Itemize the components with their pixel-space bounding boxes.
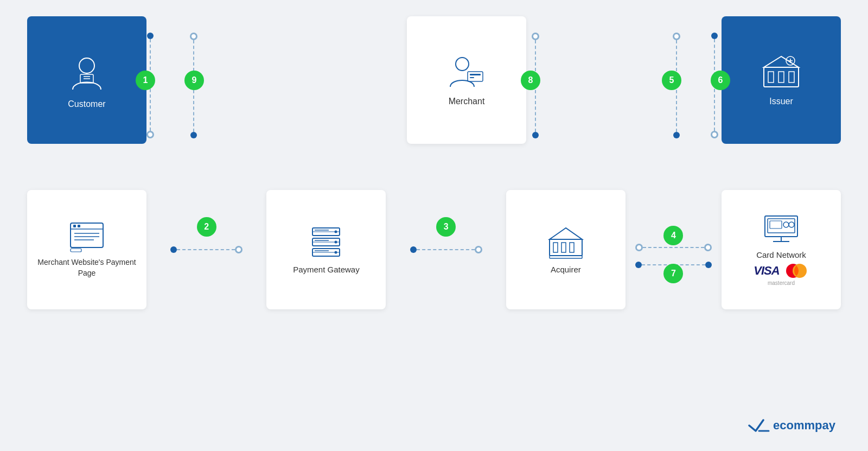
payment-page-card: Merchant Website's Payment Page bbox=[27, 190, 146, 309]
svg-rect-6 bbox=[470, 74, 481, 75]
step-2: 2 bbox=[197, 217, 216, 237]
card-network-label: Card Network bbox=[756, 250, 806, 259]
acquirer-label: Acquirer bbox=[551, 265, 581, 274]
payment-page-icon bbox=[68, 220, 106, 253]
svg-point-0 bbox=[79, 58, 94, 73]
svg-rect-38 bbox=[553, 243, 558, 252]
step-3: 3 bbox=[436, 217, 456, 237]
acquirer-icon bbox=[547, 225, 585, 261]
gateway-card: Payment Gateway bbox=[266, 190, 386, 309]
card-network-icon bbox=[762, 213, 800, 246]
svg-point-32 bbox=[335, 251, 337, 254]
svg-rect-12 bbox=[789, 72, 794, 82]
step-5: 5 bbox=[662, 71, 681, 90]
customer-icon bbox=[65, 52, 108, 95]
payment-page-label: Merchant Website's Payment Page bbox=[27, 257, 146, 278]
ecommpay-icon bbox=[748, 416, 770, 435]
svg-rect-39 bbox=[561, 243, 566, 252]
step-9: 9 bbox=[184, 71, 204, 90]
mastercard-logo bbox=[784, 263, 809, 279]
svg-rect-40 bbox=[570, 243, 574, 252]
svg-point-4 bbox=[456, 58, 469, 71]
svg-rect-44 bbox=[770, 221, 782, 228]
svg-rect-41 bbox=[550, 256, 582, 258]
step-8: 8 bbox=[521, 71, 540, 90]
svg-rect-18 bbox=[73, 225, 76, 227]
svg-rect-7 bbox=[470, 77, 474, 78]
step-6: 6 bbox=[711, 71, 730, 90]
merchant-label: Merchant bbox=[449, 97, 485, 106]
diagram-container: Customer 1 9 bbox=[0, 0, 868, 451]
svg-rect-23 bbox=[71, 249, 81, 252]
mastercard-text: mastercard bbox=[768, 280, 795, 286]
issuer-icon bbox=[760, 54, 803, 92]
step-1: 1 bbox=[136, 71, 155, 90]
merchant-card: Merchant bbox=[407, 16, 526, 144]
merchant-icon bbox=[445, 54, 488, 92]
step-4: 4 bbox=[663, 226, 683, 245]
ecommpay-brand-name: ecommpay bbox=[773, 418, 835, 433]
issuer-card: Issuer bbox=[722, 16, 841, 144]
acquirer-card: Acquirer bbox=[506, 190, 626, 309]
customer-label: Customer bbox=[68, 99, 105, 109]
svg-rect-19 bbox=[78, 225, 80, 227]
svg-point-46 bbox=[789, 222, 794, 227]
issuer-label: Issuer bbox=[769, 97, 793, 106]
step-7: 7 bbox=[663, 264, 683, 283]
visa-logo: VISA bbox=[754, 264, 779, 278]
customer-card: Customer bbox=[27, 16, 146, 144]
payment-logos: VISA bbox=[754, 263, 808, 279]
gateway-icon bbox=[307, 225, 345, 261]
svg-rect-5 bbox=[468, 72, 483, 81]
svg-rect-11 bbox=[778, 72, 784, 82]
svg-point-45 bbox=[783, 222, 789, 227]
card-network-card: Card Network VISA mastercard bbox=[722, 190, 841, 309]
svg-rect-10 bbox=[768, 72, 774, 82]
gateway-label: Payment Gateway bbox=[293, 265, 360, 274]
svg-rect-8 bbox=[764, 67, 799, 87]
svg-marker-37 bbox=[550, 228, 582, 239]
svg-point-26 bbox=[335, 231, 337, 233]
svg-point-29 bbox=[335, 241, 337, 244]
ecommpay-logo: ecommpay bbox=[748, 416, 835, 435]
